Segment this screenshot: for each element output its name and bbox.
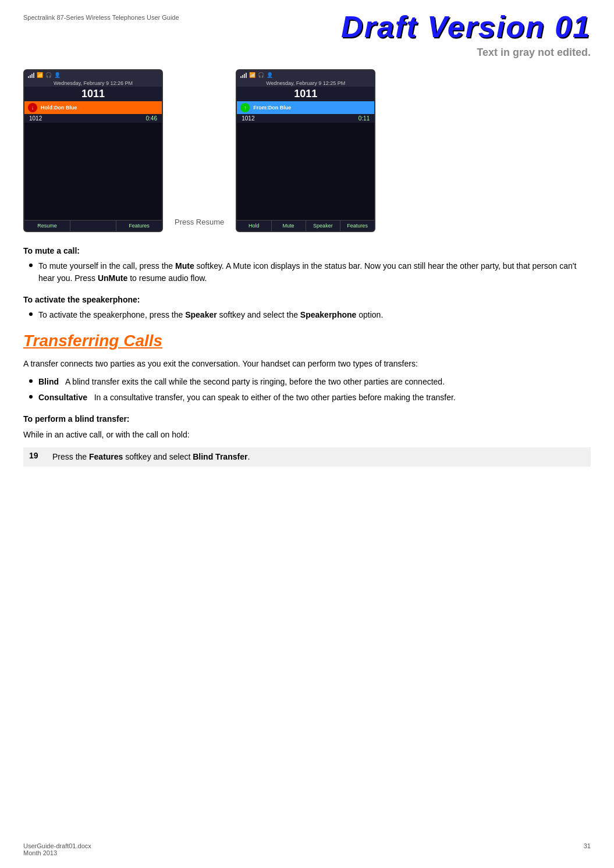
person-icon-right: 👤 (267, 72, 273, 78)
softkey-mute[interactable]: Mute (272, 220, 306, 231)
blind-text: A blind transfer exits the call while th… (65, 377, 445, 386)
speakerphone-heading: To activate the speakerphone: (23, 295, 591, 304)
speaker-bold-2: Speakerphone (300, 310, 356, 319)
phone-left-body (24, 123, 162, 220)
phone-screen-left: 📶 🎧 👤 Wednesday, February 9 12:26 PM 101… (23, 69, 163, 232)
mute-bullet-list: To mute yourself in the call, press the … (23, 260, 591, 284)
blind-bullet-item: Blind A blind transfer exits the call wh… (29, 376, 591, 388)
phone-right-datetime: Wednesday, February 9 12:25 PM (237, 80, 374, 87)
step-19-features-bold: Features (89, 452, 123, 461)
signal-bar-2 (30, 75, 31, 78)
consultative-bullet-text: Consultative In a consultative transfer,… (38, 392, 591, 404)
wifi-icon-right: 📶 (249, 72, 255, 78)
speakerphone-bullet-item: To activate the speakerphone, press the … (29, 309, 591, 321)
phone-left-softkeys: Resume Features (24, 220, 162, 231)
step-19-text: Press the Features softkey and select Bl… (52, 451, 250, 463)
consultative-bullet-item: Consultative In a consultative transfer,… (29, 392, 591, 404)
signal-bars-right (240, 72, 247, 78)
softkey-features[interactable]: Features (340, 220, 374, 231)
page-header: Spectralink 87-Series Wireless Telephone… (23, 12, 591, 42)
bullet-dot-speaker (29, 312, 33, 316)
phone-left-banner-text: Hold:Don Blue (41, 105, 158, 111)
mute-bold-1: Mute (175, 261, 194, 271)
headset-icon: 🎧 (45, 72, 52, 78)
signal-bar-4 (33, 73, 34, 78)
phone-right-softkeys: Hold Mute Speaker Features (237, 220, 374, 231)
signal-bar-1 (28, 76, 29, 78)
phone-left-number: 1011 (24, 87, 162, 101)
mute-heading: To mute a call: (23, 246, 591, 255)
call-icon-hold: ↓ (28, 103, 37, 112)
phone-left-call-number: 1012 (29, 115, 42, 122)
signal-bar-r2 (242, 75, 243, 78)
signal-bar-3 (31, 74, 33, 78)
phone-left-status-bar: 📶 🎧 👤 (24, 70, 162, 80)
softkey-resume[interactable]: Resume (24, 220, 70, 231)
call-icon-from: ↑ (240, 103, 250, 112)
consultative-text: In a consultative transfer, you can spea… (94, 393, 456, 402)
mute-bullet-item: To mute yourself in the call, press the … (29, 260, 591, 284)
transfer-section: A transfer connects two parties as you e… (23, 357, 591, 404)
phone-right-status-bar: 📶 🎧 👤 (237, 70, 374, 80)
speakerphone-bullet-text: To activate the speakerphone, press the … (38, 309, 591, 321)
footer-month: Month 2013 (23, 849, 91, 856)
draft-version-title: Draft Version 01 (341, 12, 591, 42)
transfer-bullet-list: Blind A blind transfer exits the call wh… (23, 376, 591, 404)
speakerphone-section: To activate the speakerphone: To activat… (23, 295, 591, 321)
person-icon: 👤 (54, 72, 61, 78)
mute-bullet-text: To mute yourself in the call, press the … (38, 260, 591, 284)
headset-icon-right: 🎧 (258, 72, 264, 78)
blind-bullet-text: Blind A blind transfer exits the call wh… (38, 376, 591, 388)
status-icons-left: 📶 🎧 👤 (28, 72, 61, 78)
phone-left-call-timer: 0:46 (146, 115, 157, 122)
speakerphone-bullet-list: To activate the speakerphone, press the … (23, 309, 591, 321)
mute-bold-2: UnMute (98, 273, 127, 283)
screenshots-section: 📶 🎧 👤 Wednesday, February 9 12:26 PM 101… (23, 69, 591, 232)
step-19-number: 19 (29, 451, 52, 460)
signal-bar-r4 (246, 73, 247, 78)
wifi-icon: 📶 (37, 72, 43, 78)
softkey-left-middle (70, 220, 116, 231)
status-icons-right: 📶 🎧 👤 (240, 72, 273, 78)
phone-right-call-timer: 0:11 (359, 115, 370, 122)
step-19: 19 Press the Features softkey and select… (23, 447, 591, 467)
phone-left-call-info: 1012 0:46 (24, 114, 162, 123)
mute-section: To mute a call: To mute yourself in the … (23, 246, 591, 284)
blind-transfer-procedure: To perform a blind transfer: While in an… (23, 414, 591, 466)
page-footer: UserGuide-draft01.docx Month 2013 31 (23, 842, 591, 856)
footer-page-number: 31 (584, 842, 591, 856)
phone-left-banner: ↓ Hold:Don Blue (24, 101, 162, 114)
blind-label: Blind (38, 377, 59, 386)
transfer-heading: Transferring Calls (23, 332, 591, 350)
softkey-speaker[interactable]: Speaker (306, 220, 340, 231)
signal-bar-r1 (240, 76, 242, 78)
bullet-dot-blind (29, 379, 33, 383)
softkey-left-features[interactable]: Features (116, 220, 162, 231)
blind-transfer-intro: While in an active call, or with the cal… (23, 428, 591, 441)
phone-screen-right: 📶 🎧 👤 Wednesday, February 9 12:25 PM 101… (236, 69, 375, 232)
signal-bars-left (28, 72, 34, 78)
phone-right-call-number: 1012 (242, 115, 254, 122)
transfer-intro: A transfer connects two parties as you e… (23, 357, 591, 370)
blind-transfer-heading: To perform a blind transfer: (23, 414, 591, 424)
consultative-label: Consultative (38, 393, 87, 402)
bullet-dot-mute (29, 264, 33, 267)
signal-bar-r3 (244, 74, 245, 78)
phone-right-banner: ↑ From:Don Blue (237, 101, 374, 114)
footer-left: UserGuide-draft01.docx Month 2013 (23, 842, 91, 856)
phone-right-call-info: 1012 0:11 (237, 114, 374, 123)
press-label: Press Resume (163, 218, 236, 232)
phone-right-banner-text: From:Don Blue (253, 105, 371, 111)
doc-title: Spectralink 87-Series Wireless Telephone… (23, 12, 179, 21)
phone-right-body (237, 123, 374, 220)
footer-doc-name: UserGuide-draft01.docx (23, 842, 91, 849)
phone-right-number: 1011 (237, 87, 374, 101)
phone-left-datetime: Wednesday, February 9 12:26 PM (24, 80, 162, 87)
softkey-hold[interactable]: Hold (237, 220, 271, 231)
step-19-blind-bold: Blind Transfer (193, 452, 247, 461)
speaker-bold-1: Speaker (185, 310, 217, 319)
draft-subtitle: Text in gray not edited. (23, 47, 591, 59)
bullet-dot-consultative (29, 395, 33, 399)
